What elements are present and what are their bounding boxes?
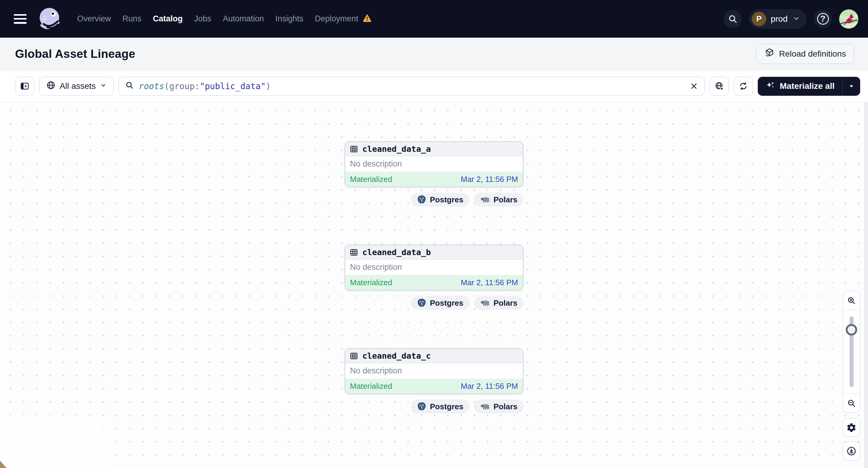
zoom-in-icon: [847, 296, 856, 305]
status-badge: Materialized: [350, 175, 392, 184]
sidebar-expand-icon: [20, 81, 30, 91]
tag-postgres[interactable]: Postgres: [411, 296, 469, 310]
materialize-all-label: Materialize all: [780, 81, 835, 91]
materialize-options-caret[interactable]: [843, 77, 860, 96]
nav-item-overview[interactable]: Overview: [77, 14, 111, 24]
asset-description: No description: [345, 363, 523, 379]
menu-icon[interactable]: [14, 13, 28, 24]
refresh-icon: [739, 81, 748, 91]
tag-polars[interactable]: Polars: [474, 400, 524, 413]
open-left-panel-button[interactable]: [15, 77, 34, 96]
lineage-toolbar: All assets roots(group:"public_data"): [0, 70, 868, 102]
query-value: "public_data": [200, 81, 266, 91]
asset-name: cleaned_data_a: [362, 144, 431, 154]
reload-definitions-label: Reload definitions: [779, 49, 846, 59]
lineage-canvas[interactable]: cleaned_data_a No description Materializ…: [0, 102, 868, 468]
top-nav: Overview Runs Catalog Jobs Automation In…: [0, 0, 868, 38]
reload-definitions-button[interactable]: Reload definitions: [756, 44, 854, 64]
asset-tags-row: Postgres Polars: [345, 193, 523, 207]
asset-description: No description: [345, 156, 523, 171]
materialize-all-button[interactable]: Materialize all: [758, 77, 842, 96]
asset-status-row: Materialized Mar 2, 11:56 PM: [345, 275, 523, 290]
environment-switcher[interactable]: P prod: [749, 9, 807, 29]
postgres-icon: [417, 402, 427, 411]
asset-name: cleaned_data_b: [362, 248, 431, 257]
asset-node-cleaned-data-c[interactable]: cleaned_data_c No description Materializ…: [345, 348, 523, 394]
zoom-slider[interactable]: [843, 310, 860, 393]
nav-item-catalog[interactable]: Catalog: [153, 14, 183, 24]
asset-node-header: cleaned_data_a: [345, 142, 523, 156]
asset-node-cleaned-data-a[interactable]: cleaned_data_a No description Materializ…: [345, 141, 523, 187]
nav-item-runs[interactable]: Runs: [123, 14, 142, 24]
asset-name: cleaned_data_c: [362, 351, 431, 361]
materialization-timestamp: Mar 2, 11:56 PM: [461, 381, 518, 391]
materialize-split-button: Materialize all: [758, 77, 860, 96]
tag-postgres[interactable]: Postgres: [411, 193, 469, 207]
page-header: Global Asset Lineage Reload definitions: [0, 38, 868, 70]
zoom-out-icon: [847, 399, 856, 408]
table-icon: [349, 248, 359, 257]
asset-status-row: Materialized Mar 2, 11:56 PM: [345, 379, 523, 394]
query-text: roots(group:"public_data"): [139, 81, 271, 91]
environment-avatar: P: [752, 12, 766, 26]
gear-icon: [846, 423, 857, 433]
corner-wedge: [0, 461, 7, 468]
globe-plus-icon: [714, 81, 724, 91]
sparkles-icon: [766, 81, 775, 92]
zoom-slider-track[interactable]: [849, 316, 854, 387]
tag-polars[interactable]: Polars: [474, 296, 524, 310]
zoom-controls: [843, 291, 860, 413]
refresh-button[interactable]: [734, 77, 753, 96]
postgres-icon: [417, 298, 427, 308]
nav-item-jobs[interactable]: Jobs: [194, 14, 211, 24]
zoom-slider-knob[interactable]: [846, 324, 857, 336]
graph-settings-button[interactable]: [843, 418, 860, 437]
status-badge: Materialized: [350, 381, 392, 391]
materialization-timestamp: Mar 2, 11:56 PM: [461, 278, 518, 287]
polars-icon: [480, 196, 490, 204]
tag-label: Postgres: [430, 299, 463, 308]
help-icon[interactable]: ?: [814, 10, 832, 28]
chevron-down-icon: [100, 81, 107, 91]
clear-query-icon[interactable]: [689, 82, 699, 91]
asset-tags-row: Postgres Polars: [345, 296, 523, 310]
nav-links: Overview Runs Catalog Jobs Automation In…: [77, 13, 372, 25]
dagster-logo-icon: [37, 6, 62, 32]
page-title: Global Asset Lineage: [15, 47, 135, 61]
nav-item-automation[interactable]: Automation: [223, 14, 264, 24]
new-catalog-view-button[interactable]: [710, 77, 729, 96]
download-graph-button[interactable]: [843, 441, 860, 461]
table-icon: [349, 351, 359, 361]
svg-text:!: !: [366, 15, 368, 22]
search-icon: [125, 81, 134, 92]
table-icon: [349, 145, 359, 154]
tag-postgres[interactable]: Postgres: [411, 400, 469, 413]
download-icon: [846, 446, 857, 456]
tag-label: Polars: [494, 195, 518, 205]
query-function: roots: [139, 81, 164, 91]
nav-item-insights[interactable]: Insights: [275, 14, 303, 24]
asset-node-cleaned-data-b[interactable]: cleaned_data_b No description Materializ…: [345, 245, 523, 291]
asset-selection-input[interactable]: roots(group:"public_data"): [119, 77, 705, 96]
asset-scope-dropdown[interactable]: All assets: [39, 77, 114, 96]
tag-label: Polars: [494, 402, 518, 411]
reload-cube-icon: [765, 48, 775, 60]
zoom-out-button[interactable]: [843, 393, 860, 413]
corner-glare: [0, 417, 112, 468]
tag-polars[interactable]: Polars: [474, 193, 524, 207]
tag-label: Polars: [494, 299, 518, 308]
asset-description: No description: [345, 259, 523, 275]
globe-icon: [46, 81, 56, 92]
zoom-in-button[interactable]: [843, 291, 860, 310]
tag-label: Postgres: [430, 195, 463, 205]
asset-node-header: cleaned_data_c: [345, 349, 523, 363]
asset-status-row: Materialized Mar 2, 11:56 PM: [345, 171, 523, 187]
nav-item-deployment[interactable]: Deployment: [315, 14, 358, 24]
user-avatar[interactable]: [839, 9, 858, 29]
status-badge: Materialized: [350, 278, 392, 287]
polars-icon: [480, 299, 490, 307]
search-icon[interactable]: [724, 10, 742, 28]
asset-scope-label: All assets: [60, 81, 96, 91]
query-key: group:: [169, 81, 200, 91]
materialization-timestamp: Mar 2, 11:56 PM: [461, 175, 518, 184]
